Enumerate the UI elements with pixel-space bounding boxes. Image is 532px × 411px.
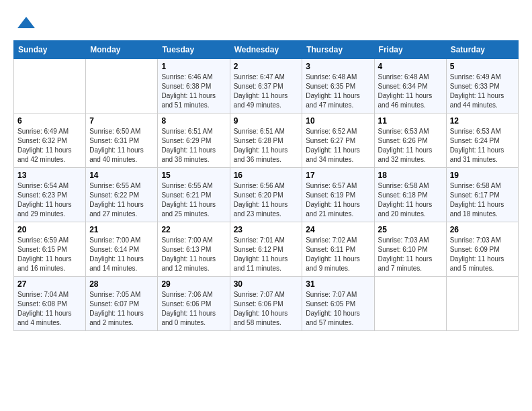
sunrise-text: Sunrise: 7:04 AM bbox=[17, 290, 82, 300]
day-number: 17 bbox=[306, 171, 370, 180]
day-info: Sunrise: 7:07 AM Sunset: 6:06 PM Dayligh… bbox=[234, 290, 299, 328]
day-info: Sunrise: 6:52 AM Sunset: 6:27 PM Dayligh… bbox=[306, 127, 370, 165]
daylight-text: Daylight: 11 hours and 40 minutes. bbox=[89, 146, 154, 165]
calendar-week-row: 1 Sunrise: 6:46 AM Sunset: 6:38 PM Dayli… bbox=[14, 59, 519, 113]
day-info: Sunrise: 7:01 AM Sunset: 6:12 PM Dayligh… bbox=[234, 236, 299, 273]
day-number: 27 bbox=[17, 279, 82, 289]
daylight-text: Daylight: 11 hours and 42 minutes. bbox=[17, 146, 82, 165]
calendar-cell: 29 Sunrise: 7:06 AM Sunset: 6:06 PM Dayl… bbox=[158, 277, 230, 331]
sunset-text: Sunset: 6:26 PM bbox=[378, 136, 443, 146]
weekday-header-cell: Monday bbox=[86, 41, 158, 59]
calendar-cell: 5 Sunrise: 6:49 AM Sunset: 6:33 PM Dayli… bbox=[446, 59, 518, 113]
daylight-text: Daylight: 11 hours and 27 minutes. bbox=[89, 200, 154, 219]
weekday-header-cell: Saturday bbox=[446, 41, 518, 59]
sunset-text: Sunset: 6:05 PM bbox=[306, 300, 370, 309]
day-number: 21 bbox=[89, 225, 154, 234]
day-info: Sunrise: 6:59 AM Sunset: 6:15 PM Dayligh… bbox=[17, 236, 82, 273]
day-number: 26 bbox=[450, 225, 515, 234]
sunrise-text: Sunrise: 6:54 AM bbox=[17, 181, 82, 191]
svg-marker-0 bbox=[17, 17, 35, 28]
day-number: 14 bbox=[89, 171, 154, 180]
calendar-cell: 18 Sunrise: 6:58 AM Sunset: 6:18 PM Dayl… bbox=[374, 168, 446, 222]
daylight-text: Daylight: 11 hours and 23 minutes. bbox=[234, 200, 299, 219]
day-info: Sunrise: 6:53 AM Sunset: 6:24 PM Dayligh… bbox=[450, 127, 515, 165]
weekday-header-cell: Wednesday bbox=[230, 41, 302, 59]
daylight-text: Daylight: 11 hours and 29 minutes. bbox=[17, 200, 82, 219]
sunset-text: Sunset: 6:08 PM bbox=[17, 300, 82, 309]
sunrise-text: Sunrise: 6:56 AM bbox=[234, 181, 299, 191]
day-number: 18 bbox=[378, 171, 443, 180]
calendar-week-row: 13 Sunrise: 6:54 AM Sunset: 6:23 PM Dayl… bbox=[14, 168, 519, 222]
day-number: 13 bbox=[17, 171, 82, 180]
daylight-text: Daylight: 11 hours and 11 minutes. bbox=[234, 255, 299, 273]
day-info: Sunrise: 6:49 AM Sunset: 6:32 PM Dayligh… bbox=[17, 127, 82, 165]
day-number: 16 bbox=[234, 171, 299, 180]
day-number: 1 bbox=[161, 62, 226, 71]
day-info: Sunrise: 7:06 AM Sunset: 6:06 PM Dayligh… bbox=[161, 290, 226, 328]
day-info: Sunrise: 6:54 AM Sunset: 6:23 PM Dayligh… bbox=[17, 181, 82, 219]
calendar-cell bbox=[374, 277, 446, 331]
sunrise-text: Sunrise: 7:01 AM bbox=[234, 236, 299, 245]
weekday-header-cell: Sunday bbox=[14, 41, 86, 59]
weekday-header-cell: Friday bbox=[374, 41, 446, 59]
day-number: 5 bbox=[450, 62, 515, 71]
sunset-text: Sunset: 6:18 PM bbox=[378, 191, 443, 200]
day-info: Sunrise: 6:53 AM Sunset: 6:26 PM Dayligh… bbox=[378, 127, 443, 165]
sunrise-text: Sunrise: 6:53 AM bbox=[450, 127, 515, 136]
calendar-cell: 11 Sunrise: 6:53 AM Sunset: 6:26 PM Dayl… bbox=[374, 113, 446, 168]
sunrise-text: Sunrise: 6:51 AM bbox=[161, 127, 226, 136]
sunset-text: Sunset: 6:21 PM bbox=[161, 191, 226, 200]
calendar-cell: 19 Sunrise: 6:58 AM Sunset: 6:17 PM Dayl… bbox=[446, 168, 518, 222]
sunrise-text: Sunrise: 6:57 AM bbox=[306, 181, 370, 191]
sunrise-text: Sunrise: 7:05 AM bbox=[89, 290, 154, 300]
calendar-cell: 7 Sunrise: 6:50 AM Sunset: 6:31 PM Dayli… bbox=[86, 113, 158, 168]
sunset-text: Sunset: 6:11 PM bbox=[306, 245, 370, 255]
daylight-text: Daylight: 11 hours and 16 minutes. bbox=[17, 255, 82, 273]
sunrise-text: Sunrise: 6:58 AM bbox=[450, 181, 515, 191]
day-number: 29 bbox=[161, 279, 226, 289]
day-info: Sunrise: 6:48 AM Sunset: 6:34 PM Dayligh… bbox=[378, 73, 443, 110]
day-number: 6 bbox=[17, 116, 82, 126]
daylight-text: Daylight: 11 hours and 32 minutes. bbox=[378, 146, 443, 165]
day-number: 24 bbox=[306, 225, 370, 234]
day-number: 2 bbox=[234, 62, 299, 71]
calendar-cell bbox=[86, 59, 158, 113]
logo-icon bbox=[16, 13, 36, 34]
day-number: 10 bbox=[306, 116, 370, 126]
sunset-text: Sunset: 6:31 PM bbox=[89, 136, 154, 146]
day-number: 31 bbox=[306, 279, 370, 289]
day-info: Sunrise: 7:05 AM Sunset: 6:07 PM Dayligh… bbox=[89, 290, 154, 328]
sunset-text: Sunset: 6:17 PM bbox=[450, 191, 515, 200]
sunset-text: Sunset: 6:33 PM bbox=[450, 82, 515, 91]
sunset-text: Sunset: 6:20 PM bbox=[234, 191, 299, 200]
calendar-cell bbox=[446, 277, 518, 331]
sunrise-text: Sunrise: 7:03 AM bbox=[450, 236, 515, 245]
day-info: Sunrise: 6:50 AM Sunset: 6:31 PM Dayligh… bbox=[89, 127, 154, 165]
sunrise-text: Sunrise: 7:03 AM bbox=[378, 236, 443, 245]
day-info: Sunrise: 6:57 AM Sunset: 6:19 PM Dayligh… bbox=[306, 181, 370, 219]
calendar-week-row: 20 Sunrise: 6:59 AM Sunset: 6:15 PM Dayl… bbox=[14, 222, 519, 277]
calendar-cell: 20 Sunrise: 6:59 AM Sunset: 6:15 PM Dayl… bbox=[14, 222, 86, 277]
sunrise-text: Sunrise: 6:50 AM bbox=[89, 127, 154, 136]
daylight-text: Daylight: 11 hours and 5 minutes. bbox=[450, 255, 515, 273]
day-number: 8 bbox=[161, 116, 226, 126]
daylight-text: Daylight: 11 hours and 14 minutes. bbox=[89, 255, 154, 273]
sunrise-text: Sunrise: 7:07 AM bbox=[306, 290, 370, 300]
sunset-text: Sunset: 6:09 PM bbox=[450, 245, 515, 255]
calendar-cell: 22 Sunrise: 7:00 AM Sunset: 6:13 PM Dayl… bbox=[158, 222, 230, 277]
calendar-cell: 30 Sunrise: 7:07 AM Sunset: 6:06 PM Dayl… bbox=[230, 277, 302, 331]
day-info: Sunrise: 6:58 AM Sunset: 6:17 PM Dayligh… bbox=[450, 181, 515, 219]
sunset-text: Sunset: 6:38 PM bbox=[161, 82, 226, 91]
calendar-cell: 8 Sunrise: 6:51 AM Sunset: 6:29 PM Dayli… bbox=[158, 113, 230, 168]
sunrise-text: Sunrise: 6:53 AM bbox=[378, 127, 443, 136]
calendar-cell: 14 Sunrise: 6:55 AM Sunset: 6:22 PM Dayl… bbox=[86, 168, 158, 222]
day-number: 28 bbox=[89, 279, 154, 289]
daylight-text: Daylight: 11 hours and 49 minutes. bbox=[234, 91, 299, 110]
sunset-text: Sunset: 6:06 PM bbox=[161, 300, 226, 309]
sunrise-text: Sunrise: 6:46 AM bbox=[161, 73, 226, 82]
sunrise-text: Sunrise: 7:00 AM bbox=[89, 236, 154, 245]
calendar-cell: 1 Sunrise: 6:46 AM Sunset: 6:38 PM Dayli… bbox=[158, 59, 230, 113]
day-info: Sunrise: 7:07 AM Sunset: 6:05 PM Dayligh… bbox=[306, 290, 370, 328]
sunrise-text: Sunrise: 6:48 AM bbox=[378, 73, 443, 82]
sunset-text: Sunset: 6:10 PM bbox=[378, 245, 443, 255]
